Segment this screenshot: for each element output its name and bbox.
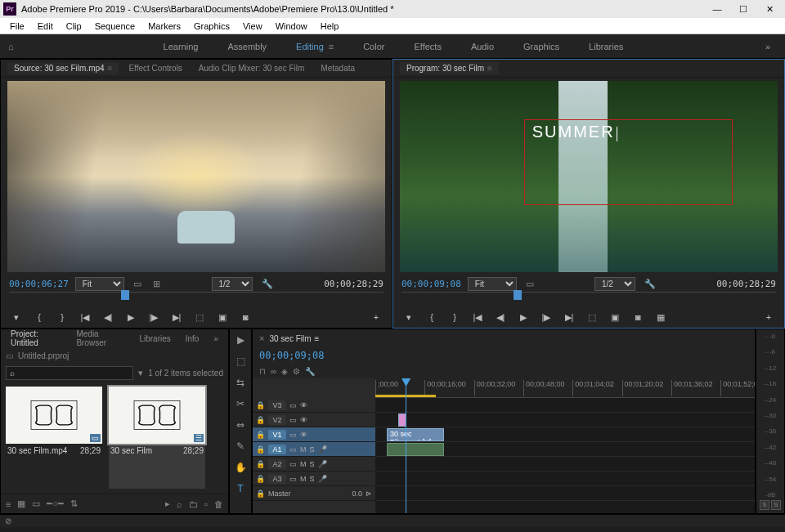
sequence-tab[interactable]: 30 sec Film≡ <box>269 334 319 343</box>
video-clip[interactable]: 30 sec Film.mp4 [V] <box>387 428 444 441</box>
icon-view-icon[interactable]: ▦ <box>17 498 25 509</box>
source-zoom-select[interactable]: Fit <box>75 277 124 291</box>
track-header-v1[interactable]: 🔒V1▭👁 <box>253 427 375 442</box>
play-icon[interactable]: ▶ <box>516 312 531 323</box>
program-tab[interactable]: Program: 30 sec Film≡ <box>400 62 499 74</box>
settings-icon[interactable]: ⊞ <box>150 279 163 289</box>
menu-view[interactable]: View <box>236 20 269 33</box>
solo-left-button[interactable]: S <box>760 500 769 510</box>
toggle-output-icon[interactable]: ▭ <box>289 431 297 439</box>
out-point-icon[interactable]: } <box>447 312 462 322</box>
filter-icon[interactable]: ▾ <box>138 368 143 378</box>
track-select-tool-icon[interactable]: ⬚ <box>232 354 249 369</box>
toggle-output-icon[interactable]: ▭ <box>289 475 297 483</box>
solo-icon[interactable]: S <box>310 460 315 468</box>
marker-icon[interactable]: ▾ <box>401 312 416 323</box>
wrench-icon[interactable]: 🔧 <box>259 279 276 289</box>
settings-icon[interactable]: ▭ <box>131 279 144 289</box>
in-point-icon[interactable]: { <box>32 312 47 322</box>
in-point-icon[interactable]: { <box>424 312 439 322</box>
solo-icon[interactable]: S <box>310 445 315 454</box>
audio-clip[interactable] <box>387 443 444 456</box>
overflow-icon[interactable]: » <box>209 333 223 345</box>
program-viewer[interactable]: SUMMER <box>400 81 778 272</box>
linked-selection-icon[interactable]: ∞ <box>271 367 276 376</box>
razor-tool-icon[interactable]: ✂ <box>232 396 249 411</box>
button-editor-icon[interactable]: + <box>761 312 776 322</box>
voice-icon[interactable]: 🎤 <box>318 475 327 483</box>
toggle-output-icon[interactable]: ▭ <box>289 445 297 454</box>
maximize-button[interactable]: ☐ <box>731 2 756 16</box>
burger-icon[interactable]: ≡ <box>315 334 320 343</box>
track-a3[interactable] <box>375 472 755 486</box>
workspace-audio[interactable]: Audio <box>458 38 507 55</box>
voice-icon[interactable]: 🎤 <box>318 460 327 468</box>
bin-item[interactable]: ▭ 30 sec Film.mp428;29 <box>6 387 102 489</box>
eye-icon[interactable]: 👁 <box>300 416 307 424</box>
track-v3[interactable] <box>375 398 755 413</box>
toggle-output-icon[interactable]: ▭ <box>289 416 297 424</box>
timeline-content[interactable]: ;00;00 00;00;16;00 00;00;32;00 00;00;48;… <box>375 378 755 513</box>
timeline-timecode[interactable]: 00;00;09;08 <box>259 350 324 361</box>
automate-icon[interactable]: ▸ <box>165 498 170 509</box>
track-header-a3[interactable]: 🔒A3▭MS🎤 <box>253 472 375 486</box>
mute-icon[interactable]: M <box>300 445 307 454</box>
hand-tool-icon[interactable]: ✋ <box>232 460 249 475</box>
program-zoom-select[interactable]: Fit <box>468 277 517 291</box>
solo-icon[interactable]: S <box>310 475 315 483</box>
pen-tool-icon[interactable]: ✎ <box>232 439 249 454</box>
lock-icon[interactable]: 🔒 <box>256 445 265 454</box>
lift-icon[interactable]: ⬚ <box>585 312 599 323</box>
play-icon[interactable]: ▶ <box>123 312 138 323</box>
mute-icon[interactable]: M <box>300 475 307 483</box>
lock-icon[interactable]: 🔒 <box>256 416 265 424</box>
track-v1[interactable]: 30 sec Film.mp4 [V] <box>375 427 755 442</box>
trash-icon[interactable]: 🗑 <box>214 499 223 509</box>
workspace-overflow-icon[interactable]: » <box>759 42 777 51</box>
settings-icon[interactable]: ▭ <box>523 279 536 289</box>
burger-icon[interactable]: ≡ <box>108 64 113 73</box>
extract-icon[interactable]: ▣ <box>608 312 622 323</box>
track-a2[interactable] <box>375 457 755 472</box>
track-v2[interactable] <box>375 413 755 427</box>
menu-clip[interactable]: Clip <box>60 20 88 33</box>
step-back-icon[interactable]: ◀| <box>493 312 508 323</box>
source-tab[interactable]: Source: 30 sec Film.mp4≡ <box>7 62 119 74</box>
source-viewer[interactable] <box>7 81 385 272</box>
workspace-editing[interactable]: Editing≡ <box>283 38 347 55</box>
step-forward-icon[interactable]: |▶ <box>146 312 161 323</box>
go-to-out-icon[interactable]: ▶| <box>169 312 184 323</box>
close-button[interactable]: ✕ <box>757 2 782 16</box>
menu-graphics[interactable]: Graphics <box>187 20 236 33</box>
settings-icon[interactable]: ⚙ <box>293 367 300 376</box>
close-icon[interactable]: × <box>259 333 264 343</box>
libraries-tab[interactable]: Libraries <box>134 333 175 345</box>
menu-file[interactable]: File <box>3 20 31 33</box>
burger-icon[interactable]: ≡ <box>329 42 334 51</box>
sort-icon[interactable]: ⇅ <box>70 498 78 509</box>
freeform-view-icon[interactable]: ▭ <box>32 498 40 509</box>
source-out-timecode[interactable]: 00;00;28;29 <box>324 279 384 289</box>
audio-clip-mixer-tab[interactable]: Audio Clip Mixer: 30 sec Film <box>192 62 311 74</box>
source-scrubber[interactable] <box>9 292 384 306</box>
menu-edit[interactable]: Edit <box>31 20 60 33</box>
metadata-tab[interactable]: Metadata <box>314 62 361 74</box>
marker-icon[interactable]: ◈ <box>281 367 288 376</box>
toggle-output-icon[interactable]: ▭ <box>289 460 297 468</box>
track-header-v2[interactable]: 🔒V2▭👁 <box>253 413 375 427</box>
expand-icon[interactable]: ⊳ <box>366 490 372 498</box>
list-view-icon[interactable]: ≡ <box>6 499 11 509</box>
lock-icon[interactable]: 🔒 <box>256 475 265 483</box>
master-value[interactable]: 0.0 <box>352 490 362 498</box>
program-quality-select[interactable]: 1/2 <box>594 277 635 291</box>
track-a1[interactable] <box>375 442 755 457</box>
lock-icon[interactable]: 🔒 <box>256 401 265 409</box>
eye-icon[interactable]: 👁 <box>300 431 307 439</box>
export-frame-icon[interactable]: ◙ <box>630 312 645 322</box>
new-item-icon[interactable]: ▫ <box>204 499 208 509</box>
burger-icon[interactable]: ≡ <box>487 64 492 73</box>
track-master[interactable] <box>375 486 755 501</box>
program-playhead[interactable] <box>514 290 522 300</box>
home-icon[interactable]: ⌂ <box>8 42 28 51</box>
timeline-playhead[interactable] <box>406 378 406 513</box>
